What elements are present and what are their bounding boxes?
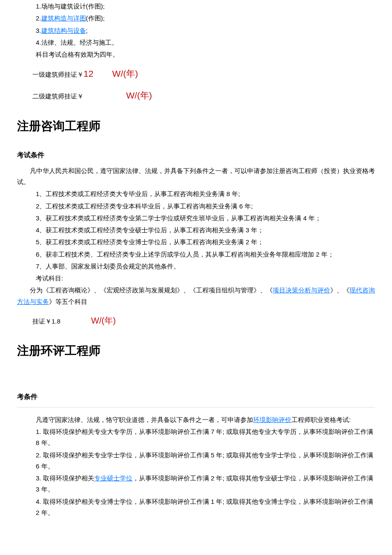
text: 工程师职业资格考试: (291, 416, 351, 423)
price-label: 挂证￥ (32, 318, 52, 325)
consult-title: 注册咨询工程师 (17, 116, 375, 136)
hp-intro: 凡遵守国家法律、法规，恪守职业道德，并具备以下条件之一者，可申请参加环境影响评价… (36, 414, 375, 425)
hp-cond-3: 3. 取得环境保护相关专业硕士学位，从事环境影响评价工作满 2 年; 或取得其他… (36, 473, 375, 495)
text: 场地与建筑设计(作图); (41, 3, 105, 10)
price-amount: 1.8 (52, 318, 61, 325)
text: 》等五个科目 (49, 298, 87, 305)
architect-subject-1: 1.场地与建筑设计(作图); (17, 1, 375, 12)
architect-price-2: 二级建筑师挂证￥W/(年) (17, 88, 375, 104)
consult-cond-2: 2、工程技术类或工程经济类专业本科毕业后，从事工程咨询相关业务满 6 年; (17, 201, 375, 212)
consult-cond-6: 6、获非工程技术类、工程经济类专业上述学历或学位人员，其从事工程咨询相关业务年限… (17, 249, 375, 260)
consult-subjects-label: 考试科目: (17, 273, 375, 284)
text: 3. (36, 27, 41, 34)
text: 1. (36, 3, 41, 10)
consult-cond-heading: 考试条件 (17, 149, 375, 161)
price-unit: W/(年) (91, 316, 116, 325)
hp-cond-3-link[interactable]: 专业硕士学位 (94, 474, 133, 482)
consult-cond-4: 4、获工程技术类或工程经济类专业硕士学位后，从事工程咨询相关业务满 3 年； (17, 225, 375, 236)
text: ; (86, 27, 88, 34)
architect-validity: 科目考试合格有效期为四年。 (17, 49, 375, 60)
text: 分为《工程咨询概论》、《宏观经济政策与发展规划》、《工程项目组织与管理》、《 (30, 286, 273, 294)
hp-cond-4: 4. 取得环境保护相关专业博士学位，从事环境影响评价工作满 1 年; 或取得其他… (36, 496, 375, 519)
architect-subject-4: 4.法律、法规、经济与施工。 (17, 37, 375, 48)
text: (作图); (86, 14, 105, 22)
text: 2. (36, 14, 41, 22)
text: 3. 取得环境保护相关 (36, 474, 94, 482)
text: 》、《 (330, 286, 349, 294)
architect-subject-2-link[interactable]: 建筑构造与详图 (41, 14, 86, 22)
consult-cond-1: 1、工程技术类或工程经济类大专毕业后，从事工程咨询相关业务满 8 年; (17, 188, 375, 199)
consult-intro: 凡中华人民共和国公民，遵守国家法律、法规，并具备下列条件之一者，可以申请参加注册… (17, 165, 375, 188)
hp-cond-heading: 考条件 (17, 391, 375, 403)
price-label: 一级建筑师挂证￥ (32, 71, 84, 78)
hp-cond-1: 1. 取得环境保护相关专业大专学历，从事环境影响评价工作满 7 年; 或取得其他… (36, 426, 375, 449)
consult-cond-5: 5、获工程技术类或工程经济类专业博士学位后，从事工程咨询相关业务满 2 年； (17, 237, 375, 248)
price-unit: W/(年) (112, 69, 138, 78)
architect-subject-2: 2.建筑构造与详图(作图); (17, 13, 375, 24)
consult-subject-link-1[interactable]: 项目决策分析与评价 (273, 286, 330, 294)
architect-subject-3: 3.建筑结构与设备; (17, 25, 375, 36)
consult-subjects: 分为《工程咨询概论》、《宏观经济政策与发展规划》、《工程项目组织与管理》、《项目… (17, 285, 375, 307)
architect-price-1: 一级建筑师挂证￥12W/(年) (17, 66, 375, 82)
price-label: 二级建筑师挂证￥ (32, 92, 84, 100)
consult-price: 挂证￥1.8W/(年) (17, 313, 375, 328)
price-amount: 12 (84, 69, 93, 78)
consult-cond-7: 7、人事部、国家发展计划委员会规定的其他条件。 (17, 261, 375, 272)
text: 凡遵守国家法律、法规，恪守职业道德，并具备以下条件之一者，可申请参加 (36, 416, 253, 423)
architect-subject-3-link[interactable]: 建筑结构与设备 (41, 27, 86, 34)
hp-cond-2: 2. 取得环境保护相关专业学士学位，从事环境影响评价工作满 5 年; 或取得其他… (36, 450, 375, 472)
consult-cond-3: 3、获工程技术类或工程经济类专业第二学士学位或研究生班毕业后，从事工程咨询相关业… (17, 213, 375, 224)
hp-title: 注册环评工程师 (17, 340, 375, 361)
hp-intro-link[interactable]: 环境影响评价 (253, 416, 291, 423)
hp-separator (17, 407, 375, 408)
price-unit: W/(年) (126, 90, 152, 100)
